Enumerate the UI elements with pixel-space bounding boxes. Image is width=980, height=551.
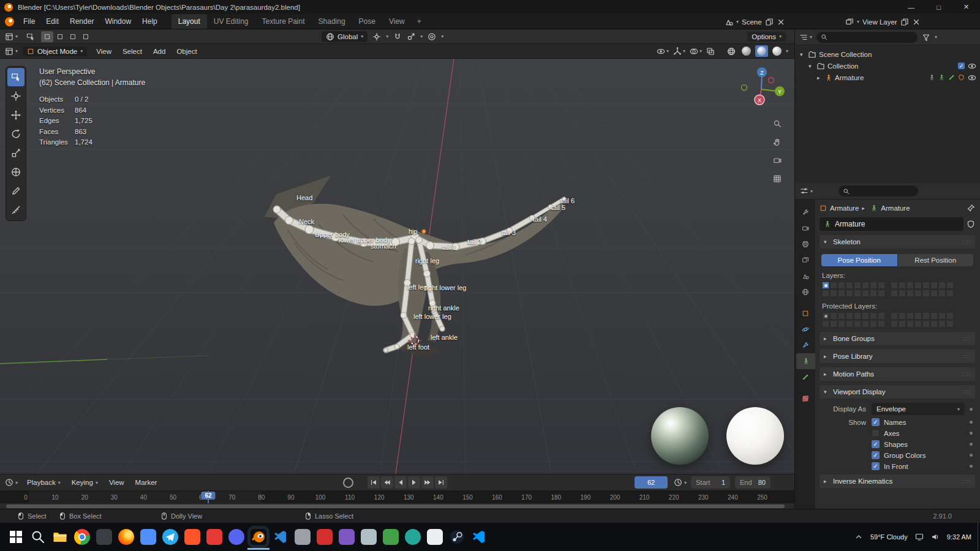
layer-cell[interactable] bbox=[946, 312, 954, 320]
shading-material-button[interactable] bbox=[755, 45, 768, 57]
panel-header-pose-library[interactable]: ▸Pose Library:::: bbox=[820, 350, 975, 363]
camera-view-button[interactable] bbox=[770, 153, 785, 168]
taskbar-app-app-purple[interactable] bbox=[339, 529, 355, 545]
checkbox-axes[interactable] bbox=[872, 429, 880, 437]
pin-icon[interactable] bbox=[967, 204, 975, 212]
taskbar-app-app-dark[interactable] bbox=[96, 529, 112, 545]
viewport-menu-view[interactable]: View bbox=[91, 48, 117, 55]
workspace-tab-pose[interactable]: Pose bbox=[352, 14, 382, 29]
unlink-scene-icon[interactable] bbox=[777, 18, 785, 26]
weather-widget[interactable]: 59°F Cloudy bbox=[870, 533, 908, 541]
shield-icon[interactable] bbox=[958, 74, 965, 81]
fake-user-shield-icon[interactable] bbox=[967, 220, 975, 228]
checkbox-in-front[interactable]: ✓ bbox=[872, 462, 880, 470]
taskbar-app-app-red[interactable] bbox=[206, 529, 222, 545]
snap-magnet-icon[interactable] bbox=[393, 32, 402, 41]
properties-tab-physics[interactable] bbox=[795, 321, 815, 337]
armature-visibility-eye-icon[interactable] bbox=[968, 73, 976, 82]
new-view-layer-icon[interactable] bbox=[900, 18, 909, 26]
timeline-scrollbar-thumb[interactable] bbox=[6, 504, 785, 508]
parasaur-mesh[interactable] bbox=[265, 176, 564, 356]
maximize-button[interactable]: □ bbox=[925, 0, 952, 14]
tool-rotate[interactable] bbox=[7, 125, 24, 143]
outliner-search-input[interactable] bbox=[816, 32, 918, 43]
volume-icon[interactable] bbox=[931, 533, 940, 541]
proportional-editing-icon[interactable] bbox=[428, 32, 436, 41]
layer-cell[interactable] bbox=[914, 312, 922, 320]
tray-chevron-up-icon[interactable] bbox=[854, 533, 863, 541]
layer-cell[interactable] bbox=[838, 282, 845, 289]
outliner-label[interactable]: Collection bbox=[827, 62, 859, 70]
armature-data-icon[interactable] bbox=[938, 74, 945, 81]
tool-measure[interactable] bbox=[7, 201, 24, 219]
workspace-add-button[interactable]: + bbox=[412, 14, 427, 29]
layer-cell[interactable] bbox=[878, 282, 885, 289]
layer-cell[interactable] bbox=[938, 282, 946, 289]
properties-tab-view-layer[interactable] bbox=[795, 252, 815, 268]
blender-menu-icon[interactable] bbox=[5, 17, 14, 26]
animate-dot[interactable] bbox=[967, 408, 975, 411]
remove-view-layer-icon[interactable] bbox=[912, 18, 921, 26]
layer-cell[interactable] bbox=[922, 320, 930, 328]
properties-tab-tool[interactable] bbox=[795, 204, 815, 220]
pose-icon[interactable] bbox=[929, 74, 935, 81]
layer-cell[interactable] bbox=[899, 320, 906, 328]
checkbox-group-colors[interactable]: ✓ bbox=[872, 451, 880, 459]
layer-cell[interactable] bbox=[830, 320, 837, 328]
snap-target-icon[interactable] bbox=[407, 32, 415, 41]
layer-cell[interactable] bbox=[838, 312, 845, 320]
layer-cell[interactable] bbox=[846, 282, 853, 289]
layer-cell[interactable] bbox=[907, 320, 914, 328]
panel-header-viewport-display[interactable]: ▾Viewport Display:::: bbox=[820, 385, 975, 399]
animate-dot[interactable] bbox=[967, 465, 975, 468]
network-icon[interactable] bbox=[915, 533, 924, 541]
tool-scale[interactable] bbox=[7, 144, 24, 162]
shading-solid-button[interactable] bbox=[740, 45, 753, 57]
layer-cell[interactable] bbox=[830, 282, 837, 289]
scene-selector-value[interactable]: Scene bbox=[742, 18, 762, 26]
menu-window[interactable]: Window bbox=[99, 14, 137, 29]
tool-move[interactable] bbox=[7, 106, 24, 124]
gizmo-y-neg-axis[interactable] bbox=[742, 85, 747, 91]
layer-cell[interactable] bbox=[862, 290, 869, 297]
close-button[interactable]: ✕ bbox=[952, 0, 980, 14]
taskbar-app-app-teal[interactable] bbox=[405, 529, 421, 545]
layer-cell[interactable] bbox=[822, 282, 829, 289]
taskbar-app-app-green[interactable] bbox=[383, 529, 399, 545]
taskbar-app-start[interactable] bbox=[8, 529, 24, 545]
layer-cell[interactable] bbox=[878, 290, 885, 297]
minimize-button[interactable]: — bbox=[897, 0, 925, 14]
layer-cell[interactable] bbox=[907, 312, 914, 320]
menu-help[interactable]: Help bbox=[137, 14, 163, 29]
transform-orientation-dropdown[interactable]: Global▾ bbox=[322, 31, 368, 42]
animate-dot[interactable] bbox=[967, 421, 975, 424]
workspace-tab-view[interactable]: View bbox=[382, 14, 412, 29]
filter-chevron-icon[interactable]: ▾ bbox=[935, 34, 937, 40]
armature-name-field[interactable]: Armature bbox=[820, 217, 963, 231]
viewport-editor-type-button[interactable]: ▾ bbox=[5, 47, 18, 56]
taskbar-app-firefox[interactable] bbox=[118, 529, 134, 545]
breadcrumb-object[interactable]: Armature bbox=[830, 204, 859, 212]
layer-cell[interactable] bbox=[862, 312, 869, 320]
layer-cell[interactable] bbox=[862, 282, 869, 289]
properties-tab-world[interactable] bbox=[795, 284, 815, 300]
layer-cell[interactable] bbox=[891, 290, 898, 297]
outliner-row-armature[interactable]: ▸ Armature bbox=[795, 72, 980, 83]
armature-name-value[interactable]: Armature bbox=[835, 220, 865, 228]
transport-play-button[interactable] bbox=[408, 476, 420, 489]
xray-toggle-icon[interactable] bbox=[706, 47, 715, 56]
taskbar-app-search[interactable] bbox=[30, 529, 46, 545]
timeline-menu-playback[interactable]: Playback ▾ bbox=[21, 479, 66, 486]
layer-cell[interactable] bbox=[891, 312, 898, 320]
menu-edit[interactable]: Edit bbox=[40, 14, 64, 29]
outliner-row-collection[interactable]: ▾ Collection ✓ bbox=[795, 60, 980, 72]
layer-cell[interactable] bbox=[922, 282, 930, 289]
layer-cell[interactable] bbox=[846, 320, 853, 328]
properties-tab-texture[interactable] bbox=[795, 391, 815, 407]
layer-cell[interactable] bbox=[914, 290, 922, 297]
properties-tab-output[interactable] bbox=[795, 236, 815, 252]
animate-dot[interactable] bbox=[967, 454, 975, 457]
scene-selector[interactable]: ▾ Scene bbox=[725, 16, 785, 28]
gizmo-x-neg-axis[interactable] bbox=[769, 78, 774, 83]
layer-cell[interactable] bbox=[838, 290, 845, 297]
